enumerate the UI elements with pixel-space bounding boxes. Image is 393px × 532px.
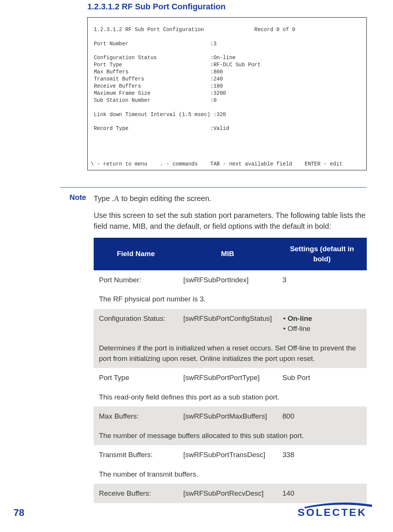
note-paragraph-1: Type .A to begin editing the screen. xyxy=(94,193,367,204)
cell-field-name: Configuration Status: xyxy=(94,309,178,338)
table-body: Port Number:[swRFSubPortIndex]3The RF ph… xyxy=(94,270,367,503)
terminal-screen: 1.2.3.1.2 RF Sub Port Configuration Reco… xyxy=(87,17,367,170)
cell-description: The number of transmit buffers. xyxy=(94,465,367,484)
header-mib: MIB xyxy=(178,238,277,270)
note-command: .A xyxy=(112,194,119,203)
table-row: Receive Buffers:[swRFSubPortRecvDesc]140 xyxy=(94,484,367,503)
cell-mib: [swRFSubPortConfigStatus] xyxy=(178,309,277,338)
table-row: Transmit Buffers:[swRFSubPortTransDesc]3… xyxy=(94,445,367,465)
cell-mib: [swRFSubPortPortType] xyxy=(178,368,277,387)
terminal-record-type: Record Type :Valid xyxy=(91,125,229,131)
terminal-port-type: Port Type :RF-DLC Sub Port xyxy=(91,62,261,68)
terminal-rx-buffers: Receive Buffers :180 xyxy=(91,83,223,89)
cell-settings: 338 xyxy=(277,445,367,465)
terminal-title-line: 1.2.3.1.2 RF Sub Port Configuration Reco… xyxy=(91,27,295,33)
parameter-table: Field Name MIB Settings (default in bold… xyxy=(94,238,367,503)
cell-field-name: Receive Buffers: xyxy=(94,484,178,503)
header-settings: Settings (default in bold) xyxy=(277,238,367,270)
table-row-desc: Determines if the port is initialized wh… xyxy=(94,338,367,368)
cell-description: Determines if the port is initialized wh… xyxy=(94,338,367,368)
section-heading: 1.2.3.1.2 RF Sub Port Configuration xyxy=(87,2,367,12)
cell-settings: Sub Port xyxy=(277,368,367,387)
cell-field-name: Port Type xyxy=(94,368,178,387)
cell-description: The RF physical port number is 3. xyxy=(94,289,367,309)
cell-settings: On-lineOff-line xyxy=(277,309,367,338)
note-block: Note Type .A to begin editing the screen… xyxy=(60,193,367,503)
terminal-link-down: Link down Timeout Interval (1.5 msec) :3… xyxy=(91,112,226,118)
settings-option: Off-line xyxy=(283,323,362,334)
note-divider xyxy=(60,187,367,188)
cell-mib: [swRFSubPortIndex] xyxy=(178,270,277,290)
table-row-desc: This read-only field defines this port a… xyxy=(94,387,367,407)
note-label: Note xyxy=(60,193,86,503)
terminal-port-number: Port Number :3 xyxy=(91,41,217,47)
terminal-sub-station: Sub Station Number :0 xyxy=(91,97,217,103)
table-row: Port Type[swRFSubPortPortType]Sub Port xyxy=(94,368,367,387)
cell-mib: [swRFSubPortRecvDesc] xyxy=(178,484,277,503)
cell-settings: 3 xyxy=(277,270,367,290)
table-row: Port Number:[swRFSubPortIndex]3 xyxy=(94,270,367,290)
table-header-row: Field Name MIB Settings (default in bold… xyxy=(94,238,367,270)
table-row-desc: The number of transmit buffers. xyxy=(94,465,367,484)
terminal-nav-line: \ - return to menu . - commands TAB - ne… xyxy=(91,161,342,167)
table-row: Configuration Status:[swRFSubPortConfigS… xyxy=(94,309,367,338)
cell-description: The number of message buffers allocated … xyxy=(94,426,367,446)
note-paragraph-2: Use this screen to set the sub station p… xyxy=(94,210,367,232)
solectek-logo: SOLECTEK xyxy=(298,507,367,519)
cell-mib: [swRFSubPortTransDesc] xyxy=(178,445,277,465)
header-field-name: Field Name xyxy=(94,238,178,270)
terminal-config-status: Configuration Status :On-line xyxy=(91,55,235,61)
cell-settings: 800 xyxy=(277,407,367,426)
terminal-max-buffers: Max Buffers :800 xyxy=(91,69,223,75)
table-row: Max Buffers:[swRFSubPortMaxBuffers]800 xyxy=(94,407,367,426)
terminal-max-frame: Maximum Frame Size :3200 xyxy=(91,90,226,96)
cell-settings: 140 xyxy=(277,484,367,503)
page-number: 78 xyxy=(13,507,24,519)
settings-option: On-line xyxy=(283,313,362,324)
cell-description: This read-only field defines this port a… xyxy=(94,387,367,407)
table-row-desc: The RF physical port number is 3. xyxy=(94,289,367,309)
note-body: Type .A to begin editing the screen. Use… xyxy=(94,193,367,503)
table-row-desc: The number of message buffers allocated … xyxy=(94,426,367,446)
logo-swoosh-icon xyxy=(305,502,372,508)
terminal-tx-buffers: Transmit Buffers :240 xyxy=(91,76,223,82)
cell-mib: [swRFSubPortMaxBuffers] xyxy=(178,407,277,426)
cell-field-name: Port Number: xyxy=(94,270,178,290)
cell-field-name: Max Buffers: xyxy=(94,407,178,426)
cell-field-name: Transmit Buffers: xyxy=(94,445,178,465)
